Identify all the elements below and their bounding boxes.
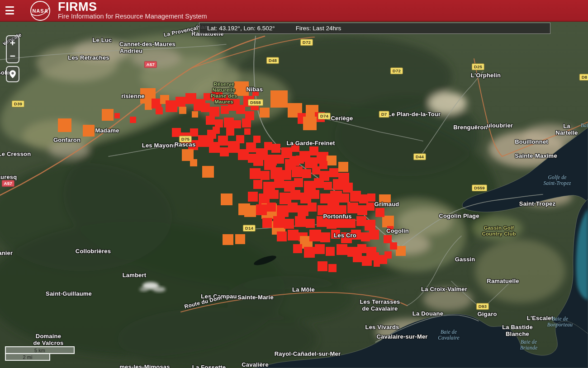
fire-pixel[interactable] [274, 178, 284, 188]
fire-pixel[interactable] [396, 246, 406, 256]
fire-pixel[interactable] [262, 218, 272, 228]
fire-pixel[interactable] [384, 251, 392, 259]
fire-pixel[interactable] [327, 156, 337, 165]
fire-pixel[interactable] [309, 230, 321, 241]
fire-pixel[interactable] [320, 232, 330, 242]
fire-pixel[interactable] [357, 244, 366, 253]
fire-pixel[interactable] [296, 156, 304, 164]
fire-pixel[interactable] [252, 90, 259, 96]
fire-pixel[interactable] [340, 193, 349, 203]
fire-pixel[interactable] [188, 140, 198, 150]
fire-pixel[interactable] [304, 247, 315, 258]
fire-pixel[interactable] [338, 162, 348, 172]
fire-pixel[interactable] [308, 203, 317, 212]
fire-pixel[interactable] [234, 81, 249, 96]
fire-pixel[interactable] [253, 180, 262, 189]
fire-pixel[interactable] [175, 97, 185, 107]
fire-pixel[interactable] [317, 216, 327, 227]
fire-pixel[interactable] [288, 203, 298, 212]
fire-pixel[interactable] [369, 230, 379, 240]
fire-pixel[interactable] [306, 219, 315, 228]
fire-pixel[interactable] [253, 136, 261, 143]
fire-pixel[interactable] [284, 219, 294, 229]
fire-pixel[interactable] [261, 171, 270, 180]
fire-pixel[interactable] [315, 244, 325, 254]
fire-pixel[interactable] [351, 230, 361, 240]
fire-pixel[interactable] [362, 256, 372, 266]
fire-pixel[interactable] [291, 144, 299, 152]
fire-pixel[interactable] [346, 219, 356, 228]
fire-pixel[interactable] [114, 113, 120, 118]
fire-pixel[interactable] [223, 234, 233, 245]
fire-pixel[interactable] [277, 205, 289, 217]
fire-pixel[interactable] [156, 107, 163, 114]
fire-pixel[interactable] [357, 205, 367, 215]
fire-pixel[interactable] [290, 190, 300, 200]
fire-pixel[interactable] [207, 136, 213, 142]
fire-pixel[interactable] [288, 230, 299, 241]
fire-pixel[interactable] [201, 103, 210, 112]
fire-pixel[interactable] [236, 135, 244, 143]
fire-pixel[interactable] [267, 203, 276, 212]
fire-pixel[interactable] [331, 230, 340, 239]
fire-pixel[interactable] [320, 193, 330, 203]
fire-pixel[interactable] [244, 128, 251, 135]
fire-pixel[interactable] [379, 194, 391, 206]
fire-pixel[interactable] [209, 107, 219, 117]
fire-pixel[interactable] [319, 161, 327, 169]
fire-pixel[interactable] [329, 168, 338, 177]
fire-pixel[interactable] [300, 193, 311, 203]
fire-pixel[interactable] [293, 244, 302, 253]
fire-pixel[interactable] [218, 136, 228, 146]
zoom-out-button[interactable]: − [7, 49, 19, 62]
fire-pixel[interactable] [374, 260, 380, 267]
fire-pixel[interactable] [246, 142, 256, 152]
fire-pixel[interactable] [367, 193, 375, 202]
fire-pixel[interactable] [172, 128, 181, 137]
fire-pixel[interactable] [295, 216, 306, 227]
fire-pixel[interactable] [292, 166, 303, 177]
fire-pixel[interactable] [273, 216, 285, 228]
fire-pixel[interactable] [337, 205, 346, 214]
fire-pixel[interactable] [270, 167, 282, 179]
fire-pixel[interactable] [251, 102, 259, 110]
fire-pixel[interactable] [314, 178, 324, 188]
fire-pixel[interactable] [102, 109, 114, 121]
fire-pixel[interactable] [275, 155, 284, 164]
fire-pixel[interactable] [337, 244, 347, 255]
fire-pixel[interactable] [202, 166, 214, 178]
fire-pixel[interactable] [318, 261, 327, 271]
fire-pixel[interactable] [145, 103, 152, 110]
fire-pixel[interactable] [302, 169, 311, 178]
fire-pixel[interactable] [365, 220, 375, 231]
fire-pixel[interactable] [271, 144, 280, 153]
fire-pixel[interactable] [303, 117, 317, 130]
fire-pixel[interactable] [260, 108, 270, 118]
fire-pixel[interactable] [270, 90, 288, 108]
fire-pixel[interactable] [58, 118, 71, 132]
fire-pixel[interactable] [390, 242, 397, 250]
fire-pixel[interactable] [381, 259, 387, 264]
fire-pixel[interactable] [375, 208, 384, 217]
fire-pixel[interactable] [347, 203, 358, 213]
fire-pixel[interactable] [253, 156, 263, 166]
fire-pixel[interactable] [224, 118, 234, 127]
fire-pixel[interactable] [190, 159, 197, 166]
fire-pixel[interactable] [324, 182, 332, 190]
fire-pixel[interactable] [83, 125, 95, 137]
map-canvas[interactable]: Le LucCannet-des-MauresAndrieuLes Retrac… [0, 0, 588, 368]
fire-pixel[interactable] [238, 203, 250, 215]
fire-pixel[interactable] [318, 205, 327, 215]
fire-pixel[interactable] [248, 192, 258, 202]
fire-pixel[interactable] [235, 234, 245, 244]
fire-pixel[interactable] [326, 247, 335, 256]
fire-pixel[interactable] [130, 117, 136, 123]
fire-pixel[interactable] [277, 231, 287, 241]
fire-pixel[interactable] [359, 194, 368, 203]
fire-pixel[interactable] [328, 264, 337, 272]
fire-pixel[interactable] [226, 127, 234, 136]
locate-button[interactable] [6, 66, 19, 82]
fire-pixel[interactable] [220, 147, 229, 156]
fire-pixel[interactable] [366, 203, 375, 211]
fire-pixel[interactable] [294, 178, 303, 187]
